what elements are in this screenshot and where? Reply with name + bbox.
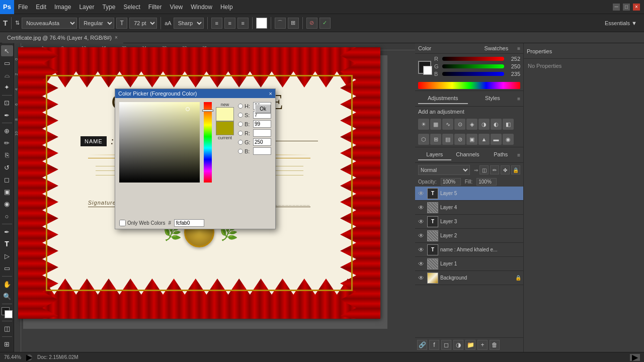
screen-mode-tool[interactable]: ⊞ <box>1 339 13 350</box>
g-channel-slider[interactable] <box>442 64 504 68</box>
ok-button[interactable]: Ok <box>255 104 271 114</box>
layer-visibility-4[interactable]: 👁 <box>417 204 425 212</box>
threshold-icon[interactable]: ▲ <box>478 134 490 145</box>
layer-effects-btn[interactable]: f <box>429 340 439 350</box>
g-radio[interactable] <box>238 140 243 145</box>
layer-visibility-name[interactable]: 👁 <box>417 246 425 254</box>
move-tool[interactable]: ↖ <box>1 45 13 56</box>
r-value-input[interactable] <box>253 129 271 137</box>
minimize-button[interactable]: ─ <box>613 4 620 11</box>
layer-visibility-5[interactable]: 👁 <box>417 190 425 198</box>
blend-mode-select[interactable]: Normal <box>418 165 470 175</box>
channel-mixer-icon[interactable]: ⊞ <box>430 134 441 145</box>
foreground-bg-color-preview[interactable] <box>418 61 431 74</box>
zoom-tool[interactable]: 🔍 <box>1 291 13 302</box>
close-button[interactable]: × <box>633 4 640 11</box>
posterize-icon[interactable]: ▣ <box>466 134 477 145</box>
cancel-edit-icon[interactable]: ⊘ <box>306 18 317 29</box>
layer-item-2[interactable]: 👁 Layer 2 <box>415 229 523 243</box>
exposure-icon[interactable]: ⊙ <box>454 119 465 130</box>
layer-item-name[interactable]: 👁 T name : Ahmed khaled e... <box>415 243 523 257</box>
color-panel-menu[interactable]: ≡ <box>517 46 520 51</box>
stamp-tool[interactable]: ⎘ <box>1 150 13 161</box>
history-brush-tool[interactable]: ↺ <box>1 162 13 173</box>
align-right-icon[interactable]: ≡ <box>237 18 249 29</box>
color-balance-icon[interactable]: ◐ <box>491 119 502 130</box>
r-radio[interactable] <box>238 131 243 136</box>
menu-filter[interactable]: Filter <box>144 0 166 14</box>
brush-tool[interactable]: ✏ <box>1 137 13 148</box>
delete-layer-btn[interactable]: 🗑 <box>490 340 500 350</box>
b2-value-input[interactable] <box>253 147 271 155</box>
layer-visibility-2[interactable]: 👁 <box>417 232 425 240</box>
b-radio[interactable] <box>238 122 243 127</box>
gradient-map-icon[interactable]: ▬ <box>491 134 502 145</box>
layer-item-4[interactable]: 👁 Layer 4 <box>415 201 523 215</box>
foreground-color-swatch[interactable] <box>256 18 267 29</box>
dodge-tool[interactable]: ○ <box>1 211 13 222</box>
curves-icon[interactable]: ∿ <box>442 119 453 130</box>
b-value-input[interactable] <box>253 120 271 128</box>
layer-item-5[interactable]: 👁 T Layer 5 <box>415 187 523 201</box>
layer-item-background[interactable]: 👁 Background 🔒 <box>415 271 523 285</box>
warp-text-icon[interactable]: ⌒ <box>275 18 286 29</box>
path-selection-tool[interactable]: ▷ <box>1 251 13 262</box>
color-lookup-icon[interactable]: ▤ <box>442 134 453 145</box>
levels-icon[interactable]: ▦ <box>430 119 441 130</box>
eyedropper-tool[interactable]: ✒ <box>1 110 13 121</box>
layers-panel-menu[interactable]: ≡ <box>517 152 520 158</box>
menu-edit[interactable]: Edit <box>32 0 50 14</box>
marquee-tool[interactable]: ▭ <box>1 57 13 68</box>
hsl-icon[interactable]: ◑ <box>478 119 490 130</box>
menu-window[interactable]: Window <box>187 0 216 14</box>
hand-tool[interactable]: ✋ <box>1 279 13 290</box>
confirm-edit-icon[interactable]: ✓ <box>319 18 331 29</box>
anti-alias-select[interactable]: Sharp <box>174 18 204 29</box>
tab-close-button[interactable]: × <box>115 35 118 40</box>
lock-position-btn[interactable]: ✤ <box>501 165 510 174</box>
layer-item-1[interactable]: 👁 Layer 1 <box>415 257 523 271</box>
menu-select[interactable]: Select <box>119 0 144 14</box>
magic-wand-tool[interactable]: ✦ <box>1 82 13 93</box>
menu-image[interactable]: Image <box>50 0 75 14</box>
menu-layer[interactable]: Layer <box>75 0 98 14</box>
maximize-button[interactable]: □ <box>623 4 630 11</box>
add-mask-btn[interactable]: ◻ <box>441 340 451 350</box>
font-style-select[interactable]: Regular <box>79 18 114 29</box>
channels-tab[interactable]: Channels <box>451 149 485 160</box>
brightness-contrast-icon[interactable]: ☀ <box>418 119 429 130</box>
crop-tool[interactable]: ⊡ <box>1 98 13 109</box>
selective-color-icon[interactable]: ◉ <box>503 134 514 145</box>
layers-tab[interactable]: Layers <box>418 149 451 160</box>
font-size-select[interactable]: 72 pt <box>129 18 157 29</box>
timeline-toggle[interactable]: ▶ <box>630 354 640 361</box>
color-spectrum-bar[interactable] <box>418 82 520 89</box>
zoom-options-btn[interactable]: ▶ <box>26 354 32 360</box>
menu-view[interactable]: View <box>166 0 187 14</box>
foreground-background-colors[interactable] <box>2 307 13 317</box>
color-picker-close[interactable]: × <box>269 90 272 97</box>
color-gradient-field[interactable] <box>119 102 200 183</box>
lock-all-btn[interactable]: 🔒 <box>511 165 520 174</box>
font-family-select[interactable]: NouveauAsta <box>22 18 77 29</box>
blur-tool[interactable]: ◉ <box>1 199 13 210</box>
text-options-icon[interactable]: ⊞ <box>288 18 299 29</box>
fill-input[interactable] <box>476 178 497 186</box>
s-radio[interactable] <box>238 113 243 118</box>
lock-pixels-btn[interactable]: ✏ <box>490 165 499 174</box>
link-layers-btn[interactable]: 🔗 <box>417 340 427 350</box>
type-tool[interactable]: T <box>1 238 13 249</box>
align-left-icon[interactable]: ≡ <box>211 18 222 29</box>
new-adjustment-btn[interactable]: ◑ <box>453 340 463 350</box>
pen-tool[interactable]: ✒ <box>1 226 13 237</box>
new-layer-btn[interactable]: + <box>477 340 488 350</box>
invert-icon[interactable]: ⊘ <box>454 134 465 145</box>
eraser-tool[interactable]: ◻ <box>1 174 13 185</box>
b2-radio[interactable] <box>238 149 243 154</box>
b-channel-slider[interactable] <box>442 72 504 76</box>
g-value-input[interactable] <box>253 138 271 146</box>
layer-item-3[interactable]: 👁 T Layer 3 <box>415 215 523 229</box>
menu-type[interactable]: Type <box>98 0 119 14</box>
layer-visibility-1[interactable]: 👁 <box>417 260 425 268</box>
gradient-tool[interactable]: ▣ <box>1 186 13 197</box>
